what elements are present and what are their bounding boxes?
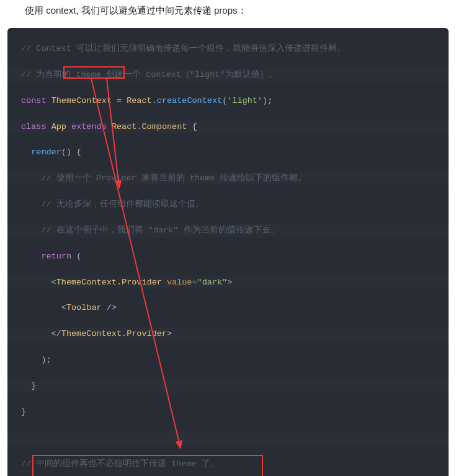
code-pre: // Context 可以让我们无须明确地传递每一个组件，就能将值深入传递进组件… (7, 43, 449, 476)
comment-line: // 为当前的 theme 创建一个 context（"light"为默认值）。 (21, 70, 277, 79)
code-block: // Context 可以让我们无须明确地传递每一个组件，就能将值深入传递进组件… (7, 28, 449, 476)
comment-line: // Context 可以让我们无须明确地传递每一个组件，就能将值深入传递进组件… (21, 44, 346, 53)
highlight-box-render (32, 455, 263, 476)
highlight-box-themecontext (63, 66, 125, 79)
intro-text: 使用 context, 我们可以避免通过中间元素传递 props： (0, 0, 456, 28)
